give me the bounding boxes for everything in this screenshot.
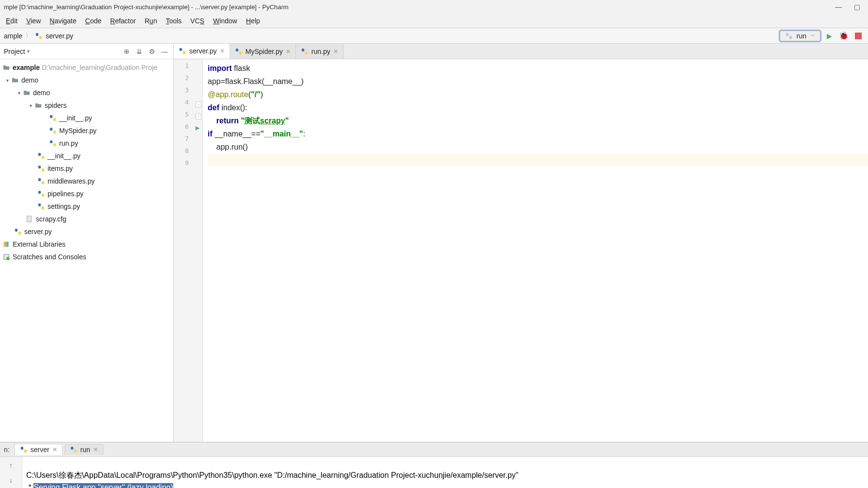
tree-file-settings[interactable]: settings.py [0, 200, 173, 213]
code-token: import [208, 64, 232, 72]
fold-icon[interactable]: − [196, 114, 201, 119]
run-tab-label: run [81, 446, 90, 454]
stop-button[interactable] [852, 30, 864, 42]
run-config-selector[interactable]: run ﹀ [780, 31, 820, 41]
breadcrumb-root[interactable]: ample [4, 32, 22, 40]
gutter[interactable]: 1 2 3 4− 5− 6▶ 7 8 9 [174, 59, 203, 442]
menu-tools[interactable]: Tools [162, 15, 186, 27]
menu-vcs[interactable]: VCS [186, 15, 208, 27]
close-icon[interactable]: ✕ [52, 446, 57, 453]
python-file-icon [235, 48, 243, 55]
close-icon[interactable]: ✕ [220, 48, 225, 54]
tree-node-demo2[interactable]: ▾ demo [0, 86, 173, 99]
tree-file-myspider[interactable]: MySpider.py [0, 124, 173, 137]
breadcrumb-file[interactable]: server.py [46, 32, 73, 40]
tree-node-example[interactable]: example D:\machine_learning\Graduation P… [0, 61, 173, 74]
svg-rect-9 [53, 143, 56, 146]
menu-refactor[interactable]: Refactor [106, 15, 140, 27]
menu-edit[interactable]: Edit [2, 15, 21, 27]
project-tree[interactable]: example D:\machine_learning\Graduation P… [0, 59, 173, 442]
menu-view[interactable]: View [22, 15, 45, 27]
maximize-icon[interactable]: ▢ [853, 3, 860, 10]
svg-rect-2 [786, 33, 788, 35]
python-file-icon [37, 177, 46, 185]
close-icon[interactable]: ✕ [333, 48, 338, 55]
console-output[interactable]: C:\Users\徐春杰\AppData\Local\Programs\Pyth… [22, 457, 868, 488]
scroll-down-icon[interactable]: ↓ [6, 475, 16, 486]
sidebar-title[interactable]: Project [4, 48, 25, 55]
tree-node-demo[interactable]: ▾ demo [0, 74, 173, 86]
fold-icon[interactable]: − [196, 101, 201, 107]
svg-rect-7 [53, 131, 56, 134]
run-tab-label: server [31, 446, 49, 454]
svg-rect-31 [239, 51, 242, 54]
code-token: def [208, 103, 219, 112]
svg-rect-0 [36, 33, 38, 35]
gutter-run-icon[interactable]: ▶ [196, 125, 199, 131]
menu-help[interactable]: Help [242, 15, 264, 27]
debug-button[interactable]: 🐞 [838, 30, 850, 42]
chevron-right-icon: 〉 [25, 32, 32, 40]
tree-file-serverpy[interactable]: server.py [0, 225, 173, 238]
tree-file-init1[interactable]: __init__.py [0, 112, 173, 124]
tree-label: __init__.py [48, 152, 81, 160]
menu-navigate[interactable]: Navigate [46, 15, 80, 27]
tab-myspiderpy[interactable]: MySpider.py ✕ [230, 44, 296, 59]
python-file-icon [49, 114, 57, 122]
python-file-icon [301, 48, 309, 55]
editor-body[interactable]: 1 2 3 4− 5− 6▶ 7 8 9 import flask app=fl… [174, 59, 868, 442]
menu-run[interactable]: Run [141, 15, 161, 27]
code-token: flask [232, 64, 250, 72]
tree-scratches[interactable]: Scratches and Consoles [0, 251, 173, 263]
expand-arrow-icon[interactable]: ▾ [16, 90, 22, 96]
run-tab-run[interactable]: run ✕ [65, 444, 103, 455]
tab-label: server.py [189, 47, 217, 55]
menu-window[interactable]: Window [209, 15, 241, 27]
svg-rect-17 [42, 194, 44, 197]
svg-rect-20 [27, 216, 32, 222]
folder-icon [11, 76, 19, 84]
code-editor[interactable]: import flask app=flask.Flask(__name__) @… [203, 59, 868, 442]
tree-label: spiders [45, 101, 66, 109]
scroll-up-icon[interactable]: ↑ [6, 460, 16, 471]
svg-rect-34 [21, 447, 23, 450]
python-file-icon [37, 164, 46, 173]
svg-rect-13 [42, 168, 44, 171]
tree-file-runpy[interactable]: run.py [0, 137, 173, 150]
code-token [208, 117, 216, 125]
svg-rect-24 [5, 242, 7, 247]
tab-runpy[interactable]: run.py ✕ [296, 44, 344, 59]
code-token: "/" [251, 90, 261, 99]
svg-rect-30 [236, 48, 238, 51]
settings-icon[interactable]: ⚙ [147, 47, 157, 56]
file-icon [25, 215, 34, 223]
svg-rect-11 [42, 156, 44, 159]
python-file-icon [49, 126, 57, 135]
tree-external-libs[interactable]: External Libraries [0, 238, 173, 251]
tree-file-items[interactable]: items.py [0, 162, 173, 175]
svg-rect-29 [183, 51, 185, 54]
minimize-icon[interactable]: — [835, 3, 842, 10]
menu-code[interactable]: Code [82, 15, 105, 27]
close-icon[interactable]: ✕ [286, 48, 291, 55]
tree-node-spiders[interactable]: ▾ spiders [0, 99, 173, 112]
collapse-icon[interactable]: ⇊ [134, 47, 144, 56]
expand-arrow-icon[interactable]: ▾ [4, 78, 11, 83]
run-tab-server[interactable]: server ✕ [15, 444, 63, 455]
tree-file-scrapycfg[interactable]: scrapy.cfg [0, 213, 173, 225]
library-icon [2, 240, 11, 249]
expand-arrow-icon[interactable]: ▾ [27, 103, 34, 108]
tree-file-init2[interactable]: __init__.py [0, 150, 173, 162]
tree-file-middlewares[interactable]: middlewares.py [0, 175, 173, 187]
tree-label: demo [21, 76, 38, 84]
run-button[interactable]: ▶ [823, 30, 835, 42]
chevron-down-icon[interactable]: ▾ [27, 49, 30, 54]
python-file-icon [37, 189, 46, 198]
current-line [208, 154, 868, 166]
locate-icon[interactable]: ⊕ [122, 47, 131, 56]
tree-file-pipelines[interactable]: pipelines.py [0, 187, 173, 200]
tab-serverpy[interactable]: server.py ✕ [174, 44, 230, 59]
hide-icon[interactable]: — [160, 47, 169, 56]
close-icon[interactable]: ✕ [93, 446, 98, 453]
code-line: app.run() [208, 143, 248, 151]
